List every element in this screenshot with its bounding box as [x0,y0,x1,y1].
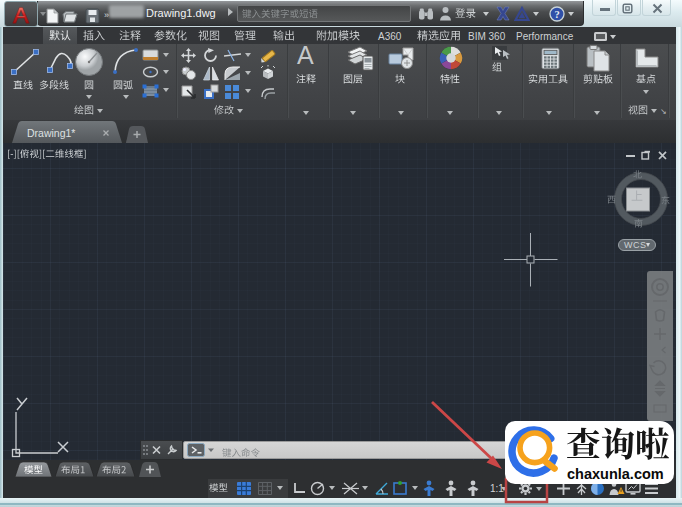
svg-text:?: ? [554,9,559,20]
